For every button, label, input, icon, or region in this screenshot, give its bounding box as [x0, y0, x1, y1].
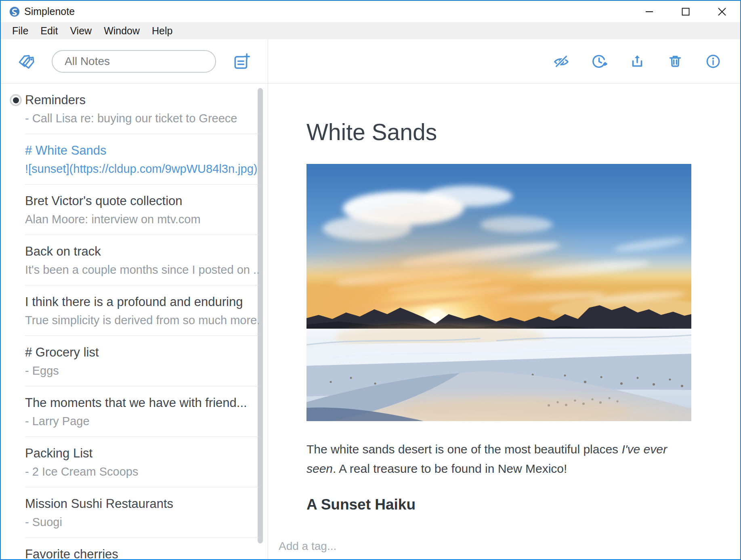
menu-file[interactable]: File — [6, 22, 34, 39]
history-button[interactable] — [591, 53, 608, 70]
share-icon — [629, 53, 646, 70]
note-section-heading: A Sunset Haiku — [306, 496, 690, 513]
note-list-item[interactable]: The moments that we have with friend... … — [1, 386, 268, 437]
simplenote-logo-icon — [9, 6, 20, 17]
trash-button[interactable] — [667, 53, 684, 70]
note-list-item[interactable]: Favorite cherries — [1, 538, 268, 559]
main-content: Reminders - Call Lisa re: buying our tic… — [1, 39, 740, 559]
note-title: Back on track — [25, 244, 259, 259]
preview-toggle-button[interactable] — [553, 53, 570, 70]
menu-view[interactable]: View — [64, 22, 98, 39]
note-list-item[interactable]: Packing List - 2 Ice Cream Scoops — [1, 437, 268, 487]
menubar: File Edit View Window Help — [1, 22, 740, 39]
app-window: Simplenote File Edit View Window Help — [0, 0, 741, 560]
titlebar: Simplenote — [1, 1, 740, 22]
note-preview: - Suogi — [25, 515, 259, 529]
pinned-indicator-icon — [10, 94, 22, 106]
note-list-item[interactable]: I think there is a profound and enduring… — [1, 285, 268, 336]
note-list: Reminders - Call Lisa re: buying our tic… — [1, 84, 268, 559]
note-content-title: White Sands — [306, 118, 690, 146]
note-preview: Alan Moore: interview on mtv.com — [25, 212, 259, 226]
window-title: Simplenote — [24, 6, 75, 17]
maximize-button[interactable] — [668, 1, 704, 22]
note-title: I think there is a profound and enduring — [25, 294, 259, 310]
minimize-icon — [645, 8, 653, 16]
note-preview: - Eggs — [25, 364, 259, 378]
new-note-button[interactable] — [232, 52, 251, 71]
note-paragraph: The white sands desert is one of the mos… — [306, 440, 688, 478]
info-icon — [705, 53, 722, 70]
close-button[interactable] — [704, 1, 740, 22]
editor-panel: White Sands — [268, 39, 740, 559]
tag-bar — [269, 533, 740, 559]
note-title: Bret Victor's quote collection — [25, 193, 259, 209]
note-list-item[interactable]: # White Sands ![sunset](https://cldup.co… — [1, 134, 268, 185]
menu-edit[interactable]: Edit — [34, 22, 64, 39]
note-title: Packing List — [25, 446, 259, 461]
sunset-photo-illustration — [306, 164, 691, 421]
note-list-item[interactable]: Mission Sushi Restaurants - Suogi — [1, 487, 268, 538]
note-photo — [306, 164, 691, 421]
trash-icon — [667, 53, 684, 70]
eye-slash-icon — [553, 53, 570, 70]
maximize-icon — [682, 8, 690, 16]
history-icon — [591, 53, 608, 70]
sidebar: Reminders - Call Lisa re: buying our tic… — [1, 39, 268, 559]
sidebar-header — [1, 39, 268, 84]
note-title: # Grocery list — [25, 345, 259, 360]
note-title: The moments that we have with friend... — [25, 395, 259, 411]
note-title: Favorite cherries — [25, 547, 259, 559]
note-title: # White Sands — [25, 143, 259, 158]
note-preview: True simplicity is derived from so much … — [25, 313, 259, 327]
menu-help[interactable]: Help — [146, 22, 178, 39]
note-list-item[interactable]: Back on track It's been a couple months … — [1, 235, 268, 285]
add-tag-input[interactable] — [279, 540, 556, 553]
tags-icon — [18, 52, 36, 71]
info-button[interactable] — [705, 53, 722, 70]
note-preview: ![sunset](https://cldup.com/9wpWU84l3n.j… — [25, 162, 259, 176]
note-preview: - Larry Page — [25, 414, 259, 428]
note-list-item[interactable]: Reminders - Call Lisa re: buying our tic… — [1, 84, 268, 134]
note-preview: - Call Lisa re: buying our ticket to Gre… — [25, 111, 259, 125]
note-title: Mission Sushi Restaurants — [25, 496, 259, 512]
share-button[interactable] — [629, 53, 646, 70]
menu-window[interactable]: Window — [98, 22, 146, 39]
note-editor[interactable]: White Sands — [268, 84, 740, 559]
paragraph-lead: The white sands desert is one of the mos… — [306, 443, 621, 456]
editor-toolbar — [268, 39, 740, 84]
close-icon — [718, 7, 726, 16]
note-list-item[interactable]: Bret Victor's quote collection Alan Moor… — [1, 185, 268, 235]
search-input[interactable] — [52, 50, 216, 73]
tags-button[interactable] — [18, 52, 36, 71]
note-preview: - 2 Ice Cream Scoops — [25, 465, 259, 478]
minimize-button[interactable] — [631, 1, 668, 22]
new-note-icon — [232, 52, 251, 71]
window-controls — [631, 1, 740, 22]
note-list-item[interactable]: # Grocery list - Eggs — [1, 336, 268, 386]
paragraph-tail: . A real treasure to be found in New Mex… — [333, 462, 567, 475]
note-preview: It's been a couple months since I posted… — [25, 263, 259, 277]
note-title: Reminders — [25, 92, 259, 108]
